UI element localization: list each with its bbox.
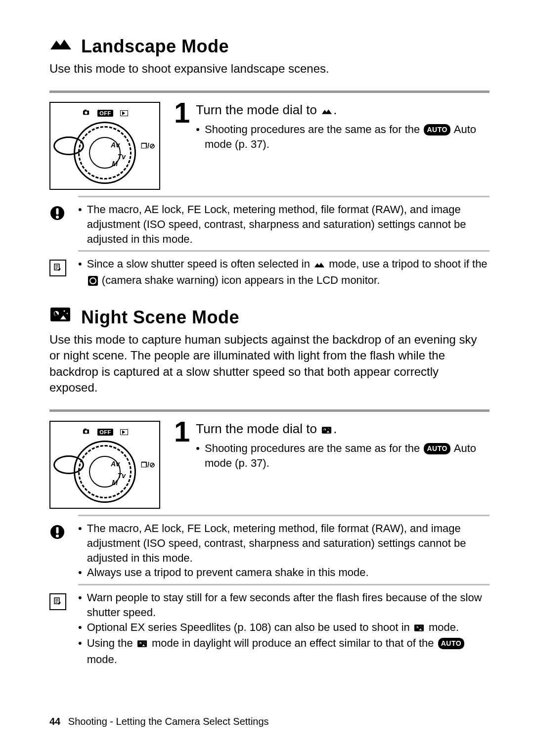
caution2-text: Always use a tripod to prevent camera sh…	[87, 565, 369, 580]
auto-badge: AUTO	[438, 638, 464, 649]
step-bullet-a: Shooting procedures are the same as for …	[205, 123, 423, 135]
tip-text-b: mode, use a tripod to shoot if the	[326, 258, 488, 270]
night-desc: Use this mode to capture human subjects …	[49, 332, 490, 396]
dial-highlight	[53, 136, 84, 155]
caution-text: The macro, AE lock, FE Lock, metering me…	[87, 202, 490, 246]
dial-av: Av	[111, 141, 120, 149]
off-badge: OFF	[97, 429, 113, 436]
caution1-text: The macro, AE lock, FE Lock, metering me…	[87, 521, 490, 565]
dial-side-label: ❐/⊘	[141, 142, 155, 150]
step-title: Turn the mode dial to .	[196, 421, 490, 439]
auto-badge: AUTO	[424, 124, 450, 135]
camera-icon	[82, 428, 90, 436]
tip3-a: Using the	[87, 637, 136, 649]
divider	[78, 515, 490, 516]
auto-badge: AUTO	[424, 443, 450, 454]
dial-m: M	[112, 160, 118, 168]
divider	[49, 90, 490, 93]
night-tips: Warn people to stay still for a few seco…	[49, 590, 490, 667]
dial-m: M	[112, 479, 118, 487]
divider	[49, 409, 490, 412]
step-number: 1	[174, 419, 190, 509]
tip3-c: mode.	[87, 653, 117, 666]
dial-tv: Tv	[118, 153, 126, 161]
step-title-text-b: .	[333, 421, 337, 436]
tip1-text: Warn people to stay still for a few seco…	[87, 590, 490, 620]
landscape-heading: Landscape Mode	[49, 35, 490, 57]
landscape-icon	[321, 103, 332, 120]
night-caution: The macro, AE lock, FE Lock, metering me…	[49, 521, 490, 580]
mode-dial-illustration: OFF Av Tv M ❐/⊘	[49, 102, 160, 190]
page-footer: 44 Shooting - Letting the Camera Select …	[49, 716, 269, 727]
dial-side-label: ❐/⊘	[141, 461, 155, 469]
memo-icon	[49, 260, 67, 287]
tip-text-c: (camera shake warning) icon appears in t…	[99, 274, 380, 286]
page-number: 44	[49, 716, 60, 727]
tip-text-a: Since a slow shutter speed is often sele…	[87, 258, 313, 270]
night-scene-icon	[414, 622, 425, 636]
night-scene-icon	[321, 422, 332, 439]
step-title-text-a: Turn the mode dial to	[196, 102, 320, 117]
night-scene-icon	[49, 306, 72, 323]
step-title: Turn the mode dial to .	[196, 102, 490, 120]
step-bullet-a: Shooting procedures are the same as for …	[205, 442, 423, 454]
landscape-step: OFF Av Tv M ❐/⊘ 1 Turn the mode dial to …	[49, 102, 490, 190]
tip3-b: mode in daylight will produce an effect …	[149, 637, 437, 649]
divider	[78, 250, 490, 252]
landscape-caution: The macro, AE lock, FE Lock, metering me…	[49, 202, 490, 246]
caution-icon	[49, 524, 67, 580]
divider	[78, 584, 490, 585]
landscape-desc: Use this mode to shoot expansive landsca…	[49, 61, 490, 77]
dial-highlight	[53, 455, 84, 474]
step-bullet: Shooting procedures are the same as for …	[196, 441, 490, 470]
footer-text: Shooting - Letting the Camera Select Set…	[68, 716, 269, 727]
tip2-a: Optional EX series Speedlites (p. 108) c…	[87, 621, 413, 633]
camera-shake-icon	[88, 276, 98, 286]
memo-icon	[49, 593, 67, 667]
step-number: 1	[174, 100, 190, 190]
divider	[78, 196, 490, 197]
step-bullet: Shooting procedures are the same as for …	[196, 122, 490, 151]
landscape-tip: Since a slow shutter speed is often sele…	[49, 257, 490, 287]
landscape-title: Landscape Mode	[81, 36, 229, 57]
play-icon	[120, 429, 128, 435]
night-step: OFF Av Tv M ❐/⊘ 1 Turn	[49, 421, 490, 509]
step-title-text-a: Turn the mode dial to	[196, 421, 320, 436]
caution-icon	[49, 205, 67, 246]
camera-icon	[82, 109, 90, 117]
night-scene-icon	[137, 637, 148, 652]
night-heading: Night Scene Mode	[49, 306, 490, 328]
play-icon	[120, 110, 128, 116]
tip2-b: mode.	[426, 621, 459, 633]
dial-av: Av	[111, 460, 120, 468]
landscape-icon	[49, 35, 72, 52]
mode-dial-illustration: OFF Av Tv M ❐/⊘	[49, 421, 160, 509]
dial-tv: Tv	[118, 472, 126, 480]
step-title-text-b: .	[333, 102, 337, 117]
landscape-icon	[314, 258, 325, 273]
off-badge: OFF	[97, 110, 113, 117]
night-title: Night Scene Mode	[81, 307, 239, 328]
